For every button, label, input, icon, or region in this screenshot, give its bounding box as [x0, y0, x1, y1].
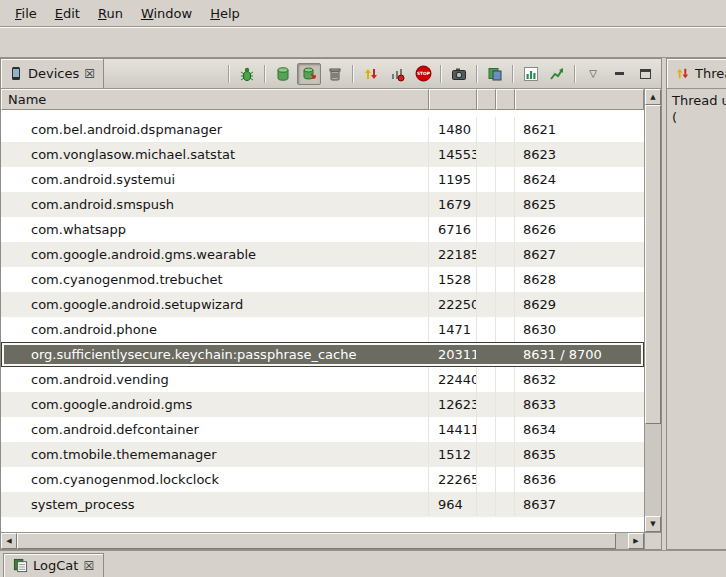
table-row[interactable]: com.cyanogenmod.trebuchet 1528 8628: [1, 267, 644, 292]
network-stats-button[interactable]: [545, 63, 569, 85]
tab-threads[interactable]: Threads: [667, 59, 726, 88]
screen-record-button[interactable]: [483, 63, 507, 85]
table-row[interactable]: com.android.defcontainer 14411 8634: [1, 417, 644, 442]
update-heap-button[interactable]: [271, 63, 295, 85]
threads-tab-icon: [675, 66, 690, 81]
scroll-up-button[interactable]: ▲: [645, 89, 661, 105]
table-row[interactable]: com.google.android.gms 12623 8633: [1, 392, 644, 417]
table-row[interactable]: com.android.vending 22440 8632: [1, 367, 644, 392]
column-header-name[interactable]: Name: [1, 89, 429, 110]
port-cell: 8631 / 8700: [515, 342, 644, 367]
minimize-view-button[interactable]: [607, 63, 631, 85]
toolbar-separator: [476, 65, 478, 83]
vertical-scrollbar-track[interactable]: [645, 424, 661, 516]
pid-cell: 1528: [429, 267, 477, 292]
pid-cell: 14553: [429, 142, 477, 167]
heap-status-cell: [477, 292, 496, 317]
table-row[interactable]: com.google.android.gms.wearable 22185 86…: [1, 242, 644, 267]
thread-status-cell: [496, 367, 515, 392]
thread-status-cell: [496, 217, 515, 242]
port-cell: 8637: [515, 492, 644, 517]
debug-process-button[interactable]: [235, 63, 259, 85]
stop-sign-icon: STOP: [415, 65, 432, 82]
thread-status-cell: [496, 267, 515, 292]
port-cell: 8635: [515, 442, 644, 467]
tab-logcat[interactable]: LogCat ☒: [3, 553, 104, 577]
vertical-scrollbar[interactable]: ▲ ▼: [644, 89, 661, 532]
tab-devices-close-icon[interactable]: ☒: [84, 68, 95, 80]
screen-capture-button[interactable]: [447, 63, 471, 85]
maximize-icon: [640, 69, 651, 79]
toolbar-separator: [512, 65, 514, 83]
devices-view: Devices ☒: [0, 58, 662, 550]
column-header-port[interactable]: [515, 89, 644, 110]
maximize-view-button[interactable]: [633, 63, 657, 85]
scroll-left-button[interactable]: ◀: [1, 533, 17, 549]
horizontal-scrollbar-thumb[interactable]: [17, 533, 616, 549]
thread-status-cell: [496, 492, 515, 517]
table-row[interactable]: org.sufficientlysecure.keychain:passphra…: [1, 342, 644, 367]
view-menu-button[interactable]: ▽: [581, 63, 605, 85]
menu-window[interactable]: Window: [132, 2, 201, 25]
pid-cell: 1471: [429, 317, 477, 342]
table-row[interactable]: system_process 964 8637: [1, 492, 644, 517]
menu-run[interactable]: Run: [89, 2, 132, 25]
table-row[interactable]: com.whatsapp 6716 8626: [1, 217, 644, 242]
horizontal-scrollbar[interactable]: ◀ ▶: [1, 532, 644, 549]
thread-status-cell: [496, 242, 515, 267]
port-cell: 8628: [515, 267, 644, 292]
column-header-pid[interactable]: [429, 89, 477, 110]
menu-edit[interactable]: Edit: [46, 2, 89, 25]
menu-file[interactable]: File: [6, 2, 46, 25]
cause-gc-button[interactable]: [323, 63, 347, 85]
table-row[interactable]: com.tmobile.thememanager 1512 8635: [1, 442, 644, 467]
logcat-pages-icon: [13, 558, 28, 573]
menubar: File Edit Run Window Help: [0, 0, 726, 27]
process-name-cell: com.android.systemui: [1, 167, 429, 192]
sysinfo-button[interactable]: [519, 63, 543, 85]
scroll-right-icon: ▶: [633, 537, 638, 545]
table-row[interactable]: com.google.android.setupwizard 22250 862…: [1, 292, 644, 317]
svg-text:STOP: STOP: [416, 71, 430, 76]
tab-logcat-close-icon[interactable]: ☒: [83, 560, 94, 572]
update-threads-button[interactable]: [359, 63, 383, 85]
table-row[interactable]: com.android.smspush 1679 8625: [1, 192, 644, 217]
stop-process-button[interactable]: STOP: [411, 63, 435, 85]
process-name-cell: com.google.android.gms: [1, 392, 429, 417]
scroll-down-button[interactable]: ▼: [645, 516, 661, 532]
heap-status-cell: [477, 117, 496, 142]
line-chart-icon: [549, 66, 565, 82]
port-cell: 8633: [515, 392, 644, 417]
table-row[interactable]: com.bel.android.dspmanager 1480 8621: [1, 117, 644, 142]
hprof-cylinder-icon: [301, 66, 317, 82]
heap-status-cell: [477, 392, 496, 417]
heap-status-cell: [477, 442, 496, 467]
toolbar-separator: [574, 65, 576, 83]
scroll-right-button[interactable]: ▶: [628, 533, 644, 549]
thread-status-cell: [496, 342, 515, 367]
column-header-thread[interactable]: [496, 89, 515, 110]
method-profiling-button[interactable]: [385, 63, 409, 85]
tab-devices[interactable]: Devices ☒: [1, 59, 104, 88]
table-row[interactable]: com.cyanogenmod.lockclock 22265 8636: [1, 467, 644, 492]
column-header-heap[interactable]: [477, 89, 496, 110]
chevron-down-icon: ▽: [589, 68, 597, 79]
port-cell: 8626: [515, 217, 644, 242]
bar-chart-icon: [523, 66, 539, 82]
scroll-left-icon: ◀: [6, 537, 11, 545]
dump-hprof-button[interactable]: [297, 63, 321, 85]
thread-status-cell: [496, 417, 515, 442]
port-cell: 8632: [515, 367, 644, 392]
vertical-scrollbar-thumb[interactable]: [645, 105, 661, 424]
menu-help[interactable]: Help: [201, 2, 249, 25]
scrollbar-corner: [644, 532, 661, 549]
thread-status-cell: [496, 292, 515, 317]
table-row[interactable]: com.android.systemui 1195 8624: [1, 167, 644, 192]
heap-status-cell: [477, 142, 496, 167]
process-name-cell: system_process: [1, 492, 429, 517]
heap-status-cell: [477, 417, 496, 442]
table-row[interactable]: com.vonglasow.michael.satstat 14553 8623: [1, 142, 644, 167]
port-cell: 8629: [515, 292, 644, 317]
toolbar-separator: [440, 65, 442, 83]
table-row[interactable]: com.android.phone 1471 8630: [1, 317, 644, 342]
